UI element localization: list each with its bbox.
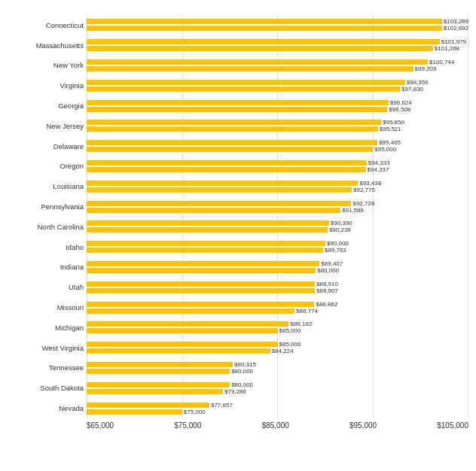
bar-wrap: $79,286 [87, 388, 468, 394]
bar-value: $80,000 [231, 381, 253, 388]
bar-wrap: $96,508 [87, 106, 468, 112]
bar-value: $100,744 [429, 59, 454, 65]
bars-area: $94,333$94,237 [87, 160, 468, 173]
bar-wrap: $95,521 [87, 126, 468, 132]
bar-value: $94,333 [368, 160, 390, 166]
table-row: West Virginia$85,000$84,224 [8, 338, 468, 358]
chart-area: Connecticut$103,289$102,692Massachusetts… [8, 15, 468, 418]
bar-wrap: $94,237 [87, 166, 468, 172]
table-row: Tennessee$80,315$80,000 [8, 358, 468, 378]
state-label: Pennsylvania [8, 202, 87, 211]
bar-value: $93,438 [359, 180, 381, 187]
bars-area: $80,315$80,000 [87, 361, 468, 375]
bar [87, 201, 351, 206]
bar-value: $85,000 [279, 341, 301, 348]
x-axis-label: $65,000 [87, 421, 114, 430]
bar-value: $89,763 [325, 247, 346, 254]
bars-area: $96,624$96,508 [87, 99, 468, 113]
table-row: Pennsylvania$92,728$91,588 [8, 196, 468, 217]
bar-value: $94,237 [368, 166, 389, 173]
bar-value: $79,286 [224, 388, 246, 395]
bar [87, 261, 319, 266]
bar-value: $103,289 [444, 18, 468, 25]
table-row: Connecticut$103,289$102,692 [8, 15, 468, 35]
bar-value: $95,000 [374, 146, 396, 153]
bar [87, 268, 316, 273]
bars-area: $80,000$79,286 [87, 381, 468, 395]
bar-wrap: $102,692 [87, 26, 468, 32]
bar-value: $91,588 [342, 207, 364, 214]
bar [87, 382, 230, 387]
bar [87, 147, 373, 152]
bar-wrap: $95,465 [87, 140, 468, 146]
bar-wrap: $88,862 [87, 301, 468, 307]
bar-wrap: $95,850 [87, 120, 468, 126]
bars-area: $100,744$99,209 [87, 59, 468, 72]
bar [87, 403, 209, 408]
table-row: Missouri$88,862$86,774 [8, 297, 468, 318]
table-row: New York$100,744$99,209 [8, 56, 468, 76]
bar-wrap: $92,728 [87, 200, 468, 206]
bar [87, 248, 323, 253]
bar [87, 348, 270, 354]
bar-wrap: $95,000 [87, 147, 468, 153]
bar [87, 80, 405, 85]
bar-value: $92,728 [352, 200, 374, 207]
bar-wrap: $89,407 [87, 260, 468, 266]
bar-value: $92,775 [353, 187, 375, 193]
bar-value: $99,209 [415, 65, 437, 72]
bar-value: $89,407 [321, 260, 343, 267]
state-label: Indiana [8, 263, 87, 271]
bar [87, 328, 278, 333]
chart-container: Connecticut$103,289$102,692Massachusetts… [0, 0, 476, 471]
bar [87, 87, 400, 92]
state-label: Idaho [8, 243, 87, 251]
state-label: West Virginia [8, 344, 87, 352]
x-axis-label: $75,000 [174, 421, 201, 430]
bar-wrap: $99,209 [87, 65, 468, 71]
bar-wrap: $96,624 [87, 99, 468, 105]
table-row: Massachusetts$101,979$101,268 [8, 35, 468, 56]
bar-wrap: $101,268 [87, 46, 468, 52]
bar-wrap: $101,979 [87, 39, 468, 45]
bars-area: $95,850$95,521 [87, 119, 468, 132]
table-row: Idaho$90,000$89,763 [8, 237, 468, 257]
x-axis-label: $105,000 [437, 421, 468, 430]
bar-wrap: $92,775 [87, 187, 468, 193]
bar-wrap: $98,356 [87, 79, 468, 85]
state-label: New York [8, 61, 87, 69]
bar [87, 187, 352, 193]
state-label: Delaware [8, 142, 87, 150]
state-label: New Jersey [8, 122, 87, 130]
bar-value: $90,390 [331, 220, 352, 226]
bar [87, 227, 328, 232]
bar [87, 19, 442, 24]
bar [87, 140, 377, 145]
bar [87, 409, 182, 415]
bars-area: $86,182$85,000 [87, 321, 468, 334]
bar-value: $80,000 [231, 368, 253, 375]
bar-wrap: $86,774 [87, 308, 468, 314]
bar-wrap: $100,744 [87, 59, 468, 65]
bar [87, 107, 387, 112]
bar-value: $75,000 [184, 409, 206, 415]
bar [87, 362, 233, 367]
bar-wrap: $77,857 [87, 402, 468, 408]
bar [87, 302, 314, 307]
bar-value: $101,268 [435, 45, 459, 52]
state-label: Nevada [8, 404, 87, 412]
state-label: Missouri [8, 303, 87, 311]
bar-value: $95,850 [383, 119, 404, 126]
bar-wrap: $86,182 [87, 321, 468, 327]
bars-area: $85,000$84,224 [87, 341, 468, 354]
bar-wrap: $80,315 [87, 361, 468, 367]
state-label: Louisiana [8, 182, 87, 190]
bar-wrap: $85,000 [87, 342, 468, 348]
bar [87, 281, 315, 287]
bar-wrap: $85,000 [87, 328, 468, 334]
table-row: Utah$88,910$88,907 [8, 277, 468, 297]
table-row: Virginia$98,356$97,830 [8, 75, 468, 96]
table-row: Nevada$77,857$75,000 [8, 398, 468, 418]
state-label: North Carolina [8, 223, 87, 231]
bar-wrap: $84,224 [87, 348, 468, 354]
